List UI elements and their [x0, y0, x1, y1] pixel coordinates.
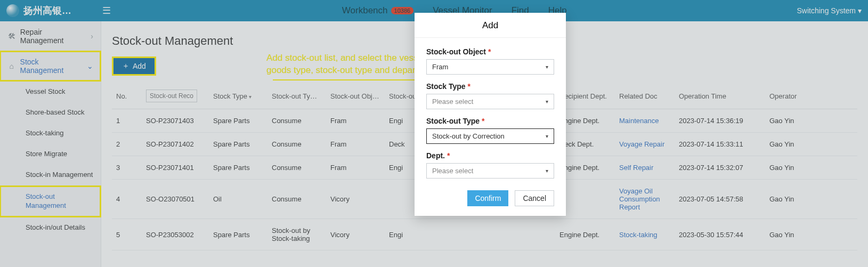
- stock-type-select[interactable]: Please select ▾: [426, 94, 554, 109]
- stockout-type-select[interactable]: Stock-out by Correction ▾: [426, 128, 554, 144]
- stock-type-value: Please select: [432, 98, 473, 106]
- confirm-button[interactable]: Confirm: [467, 190, 508, 206]
- field-label-stockout-object: Stock-out Object *: [426, 47, 491, 56]
- stockout-object-value: Fram: [432, 63, 448, 71]
- chevron-down-icon: ▾: [546, 168, 548, 174]
- stockout-type-value: Stock-out by Correction: [432, 132, 505, 140]
- stockout-object-select[interactable]: Fram ▾: [426, 59, 554, 75]
- field-label-dept: Dept. *: [426, 151, 450, 160]
- chevron-down-icon: ▾: [546, 99, 548, 104]
- field-label-stock-type: Stock Type *: [426, 82, 470, 91]
- dialog-title: Add: [415, 13, 566, 38]
- field-label-stockout-type: Stock-out Type *: [426, 117, 484, 125]
- chevron-down-icon: ▾: [546, 64, 548, 70]
- chevron-down-icon: ▾: [546, 133, 548, 139]
- dept-select[interactable]: Please select ▾: [426, 163, 554, 179]
- add-dialog: Add Stock-out Object * Fram ▾ Stock Type…: [415, 13, 566, 216]
- dept-value: Please select: [432, 167, 473, 175]
- cancel-button[interactable]: Cancel: [515, 190, 554, 206]
